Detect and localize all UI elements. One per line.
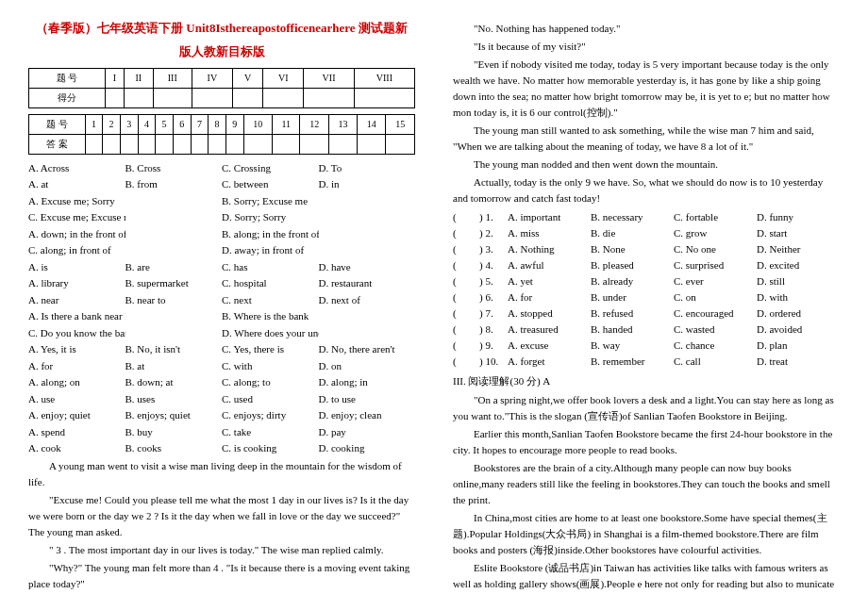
cloze-option: C. No one — [674, 241, 757, 257]
cloze-option: D. treat — [757, 354, 840, 370]
mc-option: A. is — [28, 259, 125, 275]
mc-row: A. spendB. buyC. takeD. pay — [28, 424, 415, 440]
mc-option: D. enjoy; clean — [319, 407, 416, 423]
cloze-option: A. yet — [508, 273, 591, 289]
cloze-row: () 9.A. excuseB. wayC. chanceD. plan — [453, 338, 840, 354]
title-line2: 版人教新目标版 — [28, 43, 415, 60]
mc-option: B. Cross — [125, 160, 223, 176]
mc-option: C. between — [222, 176, 319, 192]
cloze-option: D. funny — [757, 209, 840, 225]
mc-option: B. down; at — [125, 374, 223, 390]
mc-option — [125, 226, 223, 242]
mc-option: D. have — [319, 259, 416, 275]
mc-option: D. along; in — [319, 374, 416, 390]
mc-row: A. useB. usesC. usedD. to use — [28, 391, 415, 407]
mc-row: A. AcrossB. CrossC. CrossingD. To — [28, 160, 415, 176]
mc-option: A. Excuse me; Sorry — [28, 193, 125, 209]
cloze-option: C. call — [674, 354, 757, 370]
col2-p3: "Even if nobody visited me today, today … — [453, 57, 840, 121]
cloze-option: C. chance — [674, 338, 757, 354]
mc-option: C. next — [222, 292, 319, 308]
reading-p1: "On a spring night,we offer book lovers … — [453, 392, 840, 424]
cloze-option: A. important — [508, 209, 591, 225]
mc-option: C. along; to — [222, 374, 319, 390]
mc-option: B. are — [125, 259, 223, 275]
cloze-option: D. still — [757, 273, 840, 289]
mc-option: D. restaurant — [319, 275, 416, 291]
passage1-p3: " 3 . The most important day in our live… — [28, 542, 415, 558]
mc-option — [125, 209, 223, 225]
mc-option — [125, 325, 223, 341]
cloze-option: A. treasured — [508, 322, 591, 338]
cloze-row: () 4.A. awfulB. pleasedC. surprisedD. ex… — [453, 257, 840, 273]
mc-option — [319, 325, 416, 341]
cloze-row: () 10.A. forgetB. rememberC. callD. trea… — [453, 354, 840, 370]
mc-option: A. use — [28, 391, 125, 407]
mc-option — [319, 242, 416, 258]
mc-option: A. Across — [28, 160, 125, 176]
mc-option: D. pay — [319, 424, 416, 440]
mc-row: A. enjoy; quietB. enjoys; quietC. enjoys… — [28, 407, 415, 423]
mc-option: D. next of — [319, 292, 416, 308]
cloze-row: () 7.A. stoppedB. refusedC. encouragedD.… — [453, 305, 840, 322]
mc-option: A. down; in the front of — [28, 226, 125, 242]
passage1-p4: "Why?" The young man felt more than 4 . … — [28, 560, 415, 592]
cloze-option: B. already — [591, 273, 674, 289]
mc-option: B. Sorry; Excuse me — [222, 193, 319, 209]
mc-option: D. to use — [319, 391, 416, 407]
cloze-option: D. ordered — [757, 305, 840, 322]
col2-p6: Actually, today is the only 9 we have. S… — [453, 174, 840, 206]
cloze-row: () 3.A. NothingB. NoneC. No oneD. Neithe… — [453, 241, 840, 257]
t2-h0: 题 号 — [29, 114, 86, 134]
mc-option: C. take — [222, 424, 319, 440]
cloze-option: B. remember — [591, 354, 674, 370]
cloze-option: C. on — [674, 289, 757, 305]
mc-row: A. isB. areC. hasD. have — [28, 259, 415, 275]
cloze-option: D. plan — [757, 338, 840, 354]
cloze-option: B. way — [591, 338, 674, 354]
mc-option: D. away; in front of — [222, 242, 319, 258]
col2-p2: "Is it because of my visit?" — [453, 39, 840, 55]
mc-option: B. Where is the bank — [222, 308, 319, 324]
mc-option: C. hospital — [222, 275, 319, 291]
answer-table: 题 号 1 2 3 4 5 6 7 8 9 10 11 12 13 14 15 … — [28, 114, 415, 155]
mc-option: B. No, it isn't — [125, 341, 223, 357]
mc-option: B. enjoys; quiet — [125, 407, 223, 423]
cloze-option: A. excuse — [508, 338, 591, 354]
mc-option — [319, 308, 416, 324]
mc-option: C. Yes, there is — [222, 341, 319, 357]
mc-option: D. cooking — [319, 440, 416, 456]
cloze-option: A. stopped — [508, 305, 591, 322]
mc-option: A. library — [28, 275, 125, 291]
cloze-option: D. avoided — [757, 322, 840, 338]
mc-option: A. cook — [28, 440, 125, 456]
mc-option: D. No, there aren't — [319, 341, 416, 357]
cloze-option: B. necessary — [591, 209, 674, 225]
mc-option: C. with — [222, 358, 319, 374]
t1-h1: I — [105, 68, 124, 88]
cloze-row: () 8.A. treasuredB. handedC. wastedD. av… — [453, 322, 840, 338]
mc-option: C. along; in front of — [28, 242, 125, 258]
cloze-option: B. pleased — [591, 257, 674, 273]
mc-option: B. along; in the front of — [222, 226, 319, 242]
cloze-row: () 5.A. yetB. alreadyC. everD. still — [453, 273, 840, 289]
multiple-choice-block: A. AcrossB. CrossC. CrossingD. ToA. atB.… — [28, 160, 415, 456]
mc-option — [319, 193, 416, 209]
cloze-option: B. die — [591, 225, 674, 241]
cloze-option: A. awful — [508, 257, 591, 273]
t1-h8: VIII — [354, 68, 414, 88]
mc-option: A. at — [28, 176, 125, 192]
passage1-p1: A young man went to visit a wise man liv… — [28, 458, 415, 490]
mc-option: C. used — [222, 391, 319, 407]
mc-option: D. Where does your uncle work — [222, 325, 319, 341]
score-table-1: 题 号 I II III IV V VI VII VIII 得分 — [28, 68, 415, 108]
cloze-option: C. wasted — [674, 322, 757, 338]
t1-h4: IV — [192, 68, 232, 88]
cloze-option: C. surprised — [674, 257, 757, 273]
passage1-p2: "Excuse me! Could you please tell me wha… — [28, 492, 415, 540]
cloze-option: D. excited — [757, 257, 840, 273]
cloze-option: B. under — [591, 289, 674, 305]
reading-p5: Eslite Bookstore (诚品书店)in Taiwan has act… — [453, 560, 840, 594]
mc-option: A. for — [28, 358, 125, 374]
cloze-option: A. miss — [508, 225, 591, 241]
